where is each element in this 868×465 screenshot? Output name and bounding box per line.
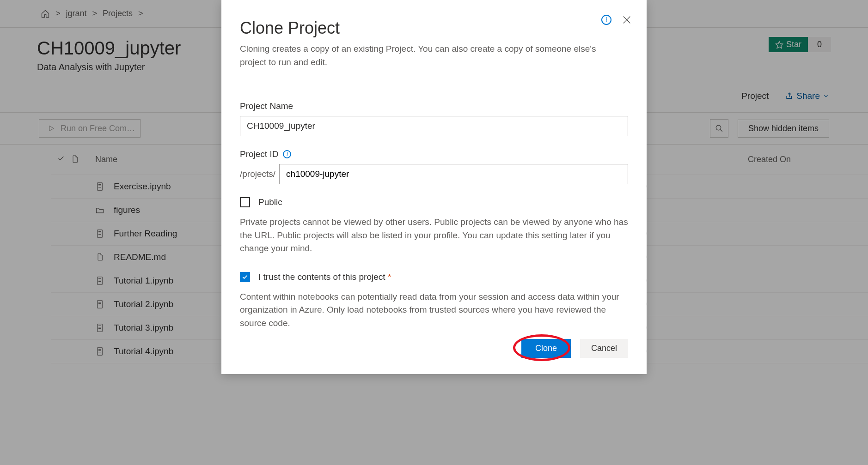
clone-project-modal: i Clone Project Cloning creates a copy o… [221, 0, 647, 374]
trust-help-text: Content within notebooks can potentially… [240, 290, 628, 330]
modal-overlay: i Clone Project Cloning creates a copy o… [0, 0, 868, 465]
project-id-input[interactable] [279, 164, 628, 184]
public-help-text: Private projects cannot be viewed by oth… [240, 216, 628, 255]
modal-title: Clone Project [240, 18, 628, 38]
project-id-prefix: /projects/ [240, 169, 279, 179]
public-label: Public [258, 197, 282, 207]
clone-button[interactable]: Clone [521, 339, 571, 358]
public-checkbox[interactable] [240, 197, 250, 207]
cancel-button[interactable]: Cancel [580, 339, 628, 358]
close-button[interactable] [622, 15, 632, 25]
trust-label-text: I trust the contents of this project [258, 272, 385, 282]
project-id-label: Project ID i [240, 149, 628, 159]
required-asterisk: * [388, 272, 391, 282]
project-name-label: Project Name [240, 101, 628, 111]
modal-footer: Clone Cancel [240, 339, 628, 358]
trust-label: I trust the contents of this project * [258, 272, 391, 282]
project-name-input[interactable] [240, 116, 628, 136]
project-id-info-icon[interactable]: i [283, 150, 291, 158]
close-icon [622, 15, 632, 25]
modal-description: Cloning creates a copy of an existing Pr… [240, 42, 623, 69]
trust-checkbox[interactable] [240, 272, 250, 282]
info-icon[interactable]: i [601, 15, 611, 25]
project-id-label-text: Project ID [240, 149, 278, 159]
